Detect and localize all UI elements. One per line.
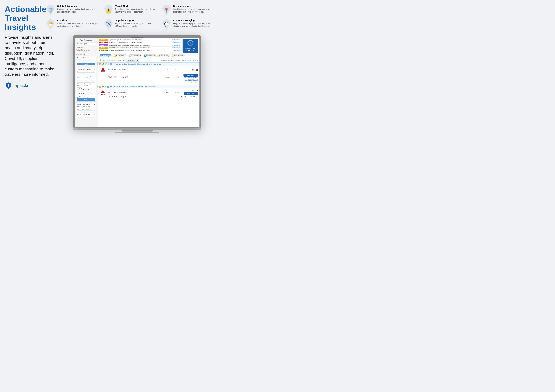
view-fares-button-1[interactable]: View Fares [183,74,198,77]
filter-bar: 👁️ More Insights 💰 Flexible? Save! 🕐 [97,54,199,58]
load-button[interactable]: Load [77,63,95,65]
clock-icon: 🕐 [129,55,131,57]
top-row-content: Travel Airports are open, but travel thr… [97,38,199,54]
destination-intel-text: Destination Intel Local intelligence on … [173,5,215,13]
depart-chevron-icon: ∧ [94,104,95,105]
alert-row-0: Travel Airports are open, but travel thr… [99,39,181,41]
credits-banner-2: 📶 🌿 🔗 ℹ️ We have credits available on th… [97,85,199,89]
to-airport-input[interactable] [77,80,95,83]
covid-mask-icon: 😷 [48,22,53,27]
alert-row-4: Destination Traveling to the Mexico City… [99,49,181,52]
finalize-trip-btn[interactable]: ○ Finalize Trip [76,53,96,56]
find-airport-link[interactable]: Find an airport [77,75,84,78]
flight-cta-col-1: View Fares This beats your budget! Earn … [183,73,198,81]
return-route-1: 03:00p MEX → 11:52p JFK [108,76,162,78]
wifi-icon-2: 📶 [99,86,101,88]
filter-chip-more-insights[interactable]: 👁️ More Insights [99,54,112,57]
feature-travel-alerts: ⚠️ Travel Alerts Real-time insights on a… [103,5,157,17]
feature-custom-messaging: 💬 Custom Messaging Fully custom messagin… [161,19,215,32]
show-details-link-1[interactable]: Show all details ∨ [99,82,198,84]
alert-row-2: Covid-19 Daily new infections are signif… [99,44,181,47]
star-icon: ⭐ [172,55,174,57]
page-wrapper: Actionable Travel Insights 🛡️ Safety Adv… [5,5,215,133]
custom-messaging-icon-wrap: 💬 [161,19,172,30]
filter-chip-ontime[interactable]: 🕐 On-Time Flight [128,54,142,57]
budget-label-text: Tripkicks Budget [184,47,197,49]
to-label: To [77,79,95,80]
prev-searches-input[interactable] [77,59,95,62]
earn-amount: Earn up to 36.00 Tripkicks Reward Points [183,78,198,81]
find-dest-airport-link[interactable]: Find an airport [77,83,84,86]
return-num-select[interactable]: + 3 [90,93,93,95]
depart-num-select[interactable]: + 3 [90,88,93,90]
chat-bubble-icon: 💬 [164,22,169,27]
app-ui: Trip Summary ⊕ Select Flights Round Trip… [75,38,199,127]
alert-text-4: Traveling to the Mexico City office? Che… [109,50,171,51]
sort-dropdown-select[interactable]: Preference [125,59,139,62]
return-class-select[interactable]: Allianzs [85,93,90,95]
view-fares-button-2[interactable]: View Fares [184,92,198,95]
supplier-insights-title: Supplier Insights [115,19,157,22]
search-button[interactable]: Search [77,98,95,101]
flight-card-1: Delta 12:30p JFK → 04:20p [97,66,199,85]
feature-supplier-insights: ✈️ Supplier Insights Key attributes that… [103,19,157,32]
refundable-label: Refundable only option [79,96,92,97]
read-more-3[interactable]: >> Read More [172,47,181,49]
info-icon: ℹ️ [110,63,112,65]
main-content: Travel Airports are open, but travel thr… [97,38,199,127]
results-pagination[interactable]: Previous 1 2 3 4 5 Next | All [181,59,198,61]
sidebar-add-flight-btn[interactable]: ⊕ Select Flights [76,42,96,45]
star-small-icon: ✨ [112,63,115,65]
search-bar: 🔍 Flight Number Search Sorted By: Prefer… [97,58,199,62]
flight-return-stops-1: 1 stop ATL [164,76,173,78]
link-icon: 🔗 [104,63,107,65]
filter-chip-capacity[interactable]: ✈️ Flight Capacity [143,54,157,57]
filter-chip-eco[interactable]: 🌿 Eco-Friendly [157,54,170,57]
depart-date-input[interactable] [77,88,85,90]
select-dest-multiple-link[interactable]: Select multiple airports [84,83,95,86]
return-route-2: 04:30p MEX → 11:48p JFK [108,96,178,98]
covid19-title: Covid-19 [57,19,99,22]
feature-covid19: 😷 Covid-19 Current statistics and trends… [45,19,99,32]
shield-icon: 🛡️ [48,8,53,13]
from-airport-input[interactable] [77,73,95,75]
flight-times-return-1: 03:00p MEX → 11:52p JFK [108,76,162,78]
alert-row-1: Safety Safety risk for foreigners in Mex… [99,41,181,44]
read-more-4[interactable]: >> Read More [172,50,181,51]
depart-slider[interactable] [77,108,95,108]
alert-row-3: Travel Travel Advisories are currently i… [99,47,181,49]
read-more-0[interactable]: >> Read More [172,39,181,41]
flight-number-search-wrap[interactable]: 🔍 Flight Number Search [99,59,117,61]
feature-destination-intel: 📍 Destination Intel Local intelligence o… [161,5,215,17]
covid19-icon-wrap: 😷 [45,19,56,30]
supplier-insights-text: Supplier Insights Key attributes that ma… [115,19,157,28]
circle-icon: ○ [76,54,77,56]
laptop-screen: Trip Summary ⊕ Select Flights Round Trip… [75,38,199,127]
credits-banner-text-2: We have credits available on this airlin… [110,86,156,87]
read-more-2[interactable]: >> Read More [172,44,181,46]
chevron-up-icon: ∧ [94,68,95,70]
flight-return-duration-2: 9h 20m [190,96,198,97]
info-icon-2: ℹ️ [107,86,109,88]
depart-class-select[interactable]: Allianzs [85,88,90,90]
sort-by-label: Sorted By: [118,59,125,61]
cart-icon: 🛒 [107,63,109,65]
budget-amount-value: $412.00 [184,49,197,52]
airplane-tag-icon: ✈️ [106,22,111,27]
brand-logo: tripkicks [5,82,55,89]
sidebar-title: Trip Summary [76,39,96,41]
travel-alerts-desc: Real-time insights on anything that coul… [115,8,157,13]
alert-text-1: Safety risk for foreigners in Mexico due… [109,42,171,43]
filter-chip-flexible[interactable]: 💰 Flexible? Save! [113,54,127,57]
read-more-1[interactable]: >> Read More [172,42,181,43]
arrive-slider[interactable] [77,111,95,111]
select-multiple-link[interactable]: Select multiple airports [84,75,95,78]
return-date-input[interactable] [77,93,85,95]
results-info: Displaying: 42 out of 71 results. Previo… [161,59,198,61]
refundable-checkbox[interactable] [77,96,78,97]
wifi-icon: 📶 [99,63,101,65]
sidebar: Trip Summary ⊕ Select Flights Round Trip… [75,38,97,127]
flight-price-col-1: $382.61 [184,69,198,71]
filter-chip-rewards[interactable]: ⭐ Earn Rewards [171,54,185,57]
depart-filter-label: Depart [77,86,95,88]
